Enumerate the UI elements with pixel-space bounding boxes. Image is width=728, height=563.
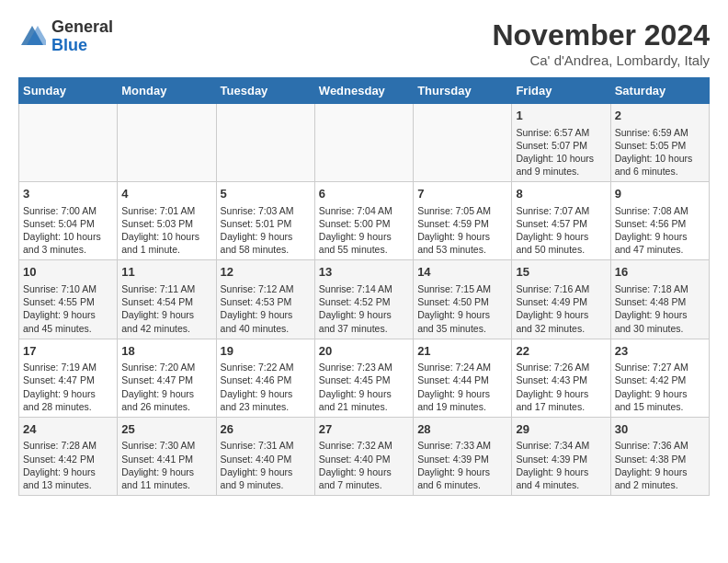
weekday-header-saturday: Saturday [610, 78, 709, 104]
logo: General Blue [18, 18, 113, 55]
calendar-cell: 7Sunrise: 7:05 AM Sunset: 4:59 PM Daylig… [414, 182, 512, 260]
calendar-cell: 9Sunrise: 7:08 AM Sunset: 4:56 PM Daylig… [610, 182, 709, 260]
day-number: 8 [516, 186, 606, 202]
day-info: Sunrise: 7:28 AM Sunset: 4:42 PM Dayligh… [23, 439, 113, 491]
day-info: Sunrise: 7:19 AM Sunset: 4:47 PM Dayligh… [23, 361, 113, 413]
day-info: Sunrise: 7:24 AM Sunset: 4:44 PM Dayligh… [417, 361, 507, 413]
calendar-cell: 5Sunrise: 7:03 AM Sunset: 5:01 PM Daylig… [216, 182, 314, 260]
calendar-cell: 3Sunrise: 7:00 AM Sunset: 5:04 PM Daylig… [19, 182, 118, 260]
calendar-cell [414, 104, 512, 182]
calendar-week-row: 10Sunrise: 7:10 AM Sunset: 4:55 PM Dayli… [19, 260, 710, 339]
day-number: 5 [221, 186, 311, 202]
calendar-cell: 23Sunrise: 7:27 AM Sunset: 4:42 PM Dayli… [610, 339, 709, 417]
calendar-cell: 2Sunrise: 6:59 AM Sunset: 5:05 PM Daylig… [610, 104, 709, 182]
day-number: 13 [319, 264, 409, 281]
day-number: 15 [516, 264, 606, 281]
day-info: Sunrise: 7:12 AM Sunset: 4:53 PM Dayligh… [221, 282, 311, 335]
day-info: Sunrise: 7:05 AM Sunset: 4:59 PM Dayligh… [417, 204, 507, 257]
title-block: November 2024 Ca' d'Andrea, Lombardy, It… [492, 18, 710, 68]
day-info: Sunrise: 7:22 AM Sunset: 4:46 PM Dayligh… [221, 361, 311, 413]
calendar-cell: 14Sunrise: 7:15 AM Sunset: 4:50 PM Dayli… [414, 260, 512, 339]
calendar-cell: 22Sunrise: 7:26 AM Sunset: 4:43 PM Dayli… [512, 339, 610, 417]
day-info: Sunrise: 7:18 AM Sunset: 4:48 PM Dayligh… [615, 282, 705, 335]
calendar-cell: 25Sunrise: 7:30 AM Sunset: 4:41 PM Dayli… [118, 417, 216, 495]
calendar-cell: 1Sunrise: 6:57 AM Sunset: 5:07 PM Daylig… [512, 104, 610, 182]
calendar-cell: 6Sunrise: 7:04 AM Sunset: 5:00 PM Daylig… [314, 182, 413, 260]
day-number: 26 [221, 421, 311, 438]
calendar-body: 1Sunrise: 6:57 AM Sunset: 5:07 PM Daylig… [19, 104, 710, 496]
day-number: 21 [417, 343, 507, 360]
day-number: 24 [23, 421, 113, 438]
weekday-header-row: SundayMondayTuesdayWednesdayThursdayFrid… [19, 78, 710, 104]
weekday-header-wednesday: Wednesday [314, 78, 413, 104]
calendar-week-row: 1Sunrise: 6:57 AM Sunset: 5:07 PM Daylig… [19, 104, 710, 182]
day-number: 18 [121, 343, 211, 360]
calendar-cell: 30Sunrise: 7:36 AM Sunset: 4:38 PM Dayli… [610, 417, 709, 495]
calendar-week-row: 24Sunrise: 7:28 AM Sunset: 4:42 PM Dayli… [19, 417, 710, 495]
logo-text: General Blue [51, 18, 113, 55]
day-info: Sunrise: 7:00 AM Sunset: 5:04 PM Dayligh… [23, 204, 113, 257]
calendar-cell: 27Sunrise: 7:32 AM Sunset: 4:40 PM Dayli… [314, 417, 413, 495]
calendar-cell: 12Sunrise: 7:12 AM Sunset: 4:53 PM Dayli… [216, 260, 314, 339]
calendar-cell: 20Sunrise: 7:23 AM Sunset: 4:45 PM Dayli… [314, 339, 413, 417]
location-subtitle: Ca' d'Andrea, Lombardy, Italy [492, 52, 710, 68]
day-info: Sunrise: 6:59 AM Sunset: 5:05 PM Dayligh… [615, 126, 705, 178]
day-info: Sunrise: 7:30 AM Sunset: 4:41 PM Dayligh… [121, 439, 211, 491]
page-header: General Blue November 2024 Ca' d'Andrea,… [18, 18, 710, 68]
day-info: Sunrise: 7:32 AM Sunset: 4:40 PM Dayligh… [319, 439, 409, 491]
day-info: Sunrise: 7:16 AM Sunset: 4:49 PM Dayligh… [516, 282, 606, 335]
day-number: 14 [417, 264, 507, 281]
month-title: November 2024 [492, 18, 710, 52]
day-number: 9 [615, 186, 705, 202]
day-number: 29 [516, 421, 606, 438]
day-info: Sunrise: 7:34 AM Sunset: 4:39 PM Dayligh… [516, 439, 606, 491]
day-number: 11 [121, 264, 211, 281]
calendar-cell: 17Sunrise: 7:19 AM Sunset: 4:47 PM Dayli… [19, 339, 118, 417]
logo-general: General [51, 17, 113, 36]
calendar-cell: 28Sunrise: 7:33 AM Sunset: 4:39 PM Dayli… [414, 417, 512, 495]
calendar-cell: 19Sunrise: 7:22 AM Sunset: 4:46 PM Dayli… [216, 339, 314, 417]
calendar-cell [216, 104, 314, 182]
day-number: 10 [23, 264, 113, 281]
day-number: 2 [615, 108, 705, 124]
day-info: Sunrise: 7:07 AM Sunset: 4:57 PM Dayligh… [516, 204, 606, 257]
calendar-cell: 13Sunrise: 7:14 AM Sunset: 4:52 PM Dayli… [314, 260, 413, 339]
day-info: Sunrise: 7:23 AM Sunset: 4:45 PM Dayligh… [319, 361, 409, 413]
calendar-cell: 16Sunrise: 7:18 AM Sunset: 4:48 PM Dayli… [610, 260, 709, 339]
weekday-header-monday: Monday [118, 78, 216, 104]
calendar-cell: 11Sunrise: 7:11 AM Sunset: 4:54 PM Dayli… [118, 260, 216, 339]
day-info: Sunrise: 7:20 AM Sunset: 4:47 PM Dayligh… [121, 361, 211, 413]
day-info: Sunrise: 7:04 AM Sunset: 5:00 PM Dayligh… [319, 204, 409, 257]
weekday-header-tuesday: Tuesday [216, 78, 314, 104]
day-number: 20 [319, 343, 409, 360]
day-info: Sunrise: 7:03 AM Sunset: 5:01 PM Dayligh… [221, 204, 311, 257]
day-info: Sunrise: 7:08 AM Sunset: 4:56 PM Dayligh… [615, 204, 705, 257]
day-info: Sunrise: 7:26 AM Sunset: 4:43 PM Dayligh… [516, 361, 606, 413]
day-number: 23 [615, 343, 705, 360]
calendar-cell [19, 104, 118, 182]
day-number: 16 [615, 264, 705, 281]
day-number: 19 [221, 343, 311, 360]
day-number: 1 [516, 108, 606, 124]
calendar-cell: 26Sunrise: 7:31 AM Sunset: 4:40 PM Dayli… [216, 417, 314, 495]
calendar-week-row: 3Sunrise: 7:00 AM Sunset: 5:04 PM Daylig… [19, 182, 710, 260]
calendar-cell [314, 104, 413, 182]
calendar-table: SundayMondayTuesdayWednesdayThursdayFrid… [18, 77, 710, 496]
day-number: 3 [23, 186, 113, 202]
calendar-cell: 21Sunrise: 7:24 AM Sunset: 4:44 PM Dayli… [414, 339, 512, 417]
weekday-header-thursday: Thursday [414, 78, 512, 104]
weekday-header-friday: Friday [512, 78, 610, 104]
calendar-cell: 29Sunrise: 7:34 AM Sunset: 4:39 PM Dayli… [512, 417, 610, 495]
calendar-cell: 18Sunrise: 7:20 AM Sunset: 4:47 PM Dayli… [118, 339, 216, 417]
day-number: 4 [121, 186, 211, 202]
calendar-cell: 24Sunrise: 7:28 AM Sunset: 4:42 PM Dayli… [19, 417, 118, 495]
day-number: 27 [319, 421, 409, 438]
day-info: Sunrise: 7:36 AM Sunset: 4:38 PM Dayligh… [615, 439, 705, 491]
day-info: Sunrise: 6:57 AM Sunset: 5:07 PM Dayligh… [516, 126, 606, 178]
day-info: Sunrise: 7:27 AM Sunset: 4:42 PM Dayligh… [615, 361, 705, 413]
day-info: Sunrise: 7:31 AM Sunset: 4:40 PM Dayligh… [221, 439, 311, 491]
day-info: Sunrise: 7:11 AM Sunset: 4:54 PM Dayligh… [121, 282, 211, 335]
day-number: 25 [121, 421, 211, 438]
day-info: Sunrise: 7:33 AM Sunset: 4:39 PM Dayligh… [417, 439, 507, 491]
weekday-header-sunday: Sunday [19, 78, 118, 104]
